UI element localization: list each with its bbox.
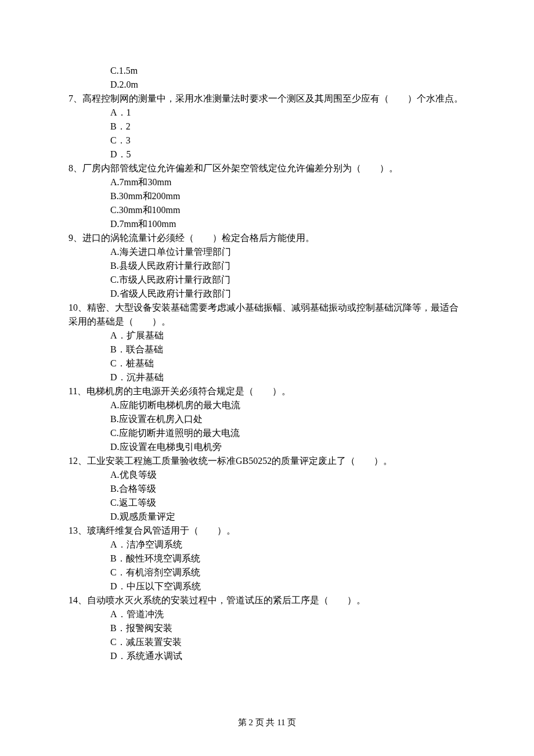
option-text: C．3 — [68, 134, 466, 147]
option-text: D．5 — [68, 147, 466, 161]
option-text: A.7mm和30mm — [68, 175, 466, 189]
option-text: C．有机溶剂空调系统 — [68, 566, 466, 579]
option-text: D.省级人民政府计量行政部门 — [68, 287, 466, 301]
option-text: B．2 — [68, 120, 466, 134]
option-text: C．减压装置安装 — [68, 635, 466, 649]
option-text: B．报警阀安装 — [68, 621, 466, 635]
question-stem: 12、工业安装工程施工质量验收统一标准GB50252的质量评定废止了（ ）。 — [68, 454, 466, 468]
option-text: D.7mm和100mm — [68, 217, 466, 231]
option-text: A．管道冲洗 — [68, 607, 466, 621]
question-stem: 9、进口的涡轮流量计必须经（ ）检定合格后方能使用。 — [68, 231, 466, 245]
option-text: C.30mm和100mm — [68, 203, 466, 217]
question-stem: 10、精密、大型设备安装基础需要考虑减小基础振幅、减弱基础振动或控制基础沉降等，… — [68, 301, 466, 329]
page-footer: 第 2 页 共 11 页 — [0, 715, 534, 729]
exam-page: C.1.5m D.2.0m 7、高程控制网的测量中，采用水准测量法时要求一个测区… — [0, 0, 534, 756]
option-text: D.2.0m — [68, 78, 466, 92]
option-text: B．酸性环境空调系统 — [68, 552, 466, 566]
question-stem: 14、自动喷水灭火系统的安装过程中，管道试压的紧后工序是（ ）。 — [68, 593, 466, 607]
option-text: C.应能切断井道照明的最大电流 — [68, 426, 466, 440]
option-text: C.返工等级 — [68, 496, 466, 510]
option-text: D．沉井基础 — [68, 370, 466, 384]
question-stem: 8、厂房内部管线定位允许偏差和厂区外架空管线定位允许偏差分别为（ ）。 — [68, 161, 466, 175]
option-text: B.合格等级 — [68, 482, 466, 496]
question-stem: 7、高程控制网的测量中，采用水准测量法时要求一个测区及其周围至少应有（ ）个水准… — [68, 92, 466, 106]
option-text: D.应设置在电梯曳引电机旁 — [68, 440, 466, 454]
option-text: B.县级人民政府计量行政部门 — [68, 259, 466, 273]
option-text: D．中压以下空调系统 — [68, 579, 466, 593]
option-text: A．1 — [68, 106, 466, 120]
option-text: A．扩展基础 — [68, 329, 466, 343]
option-text: D．系统通水调试 — [68, 649, 466, 663]
question-stem: 13、玻璃纤维复合风管适用于（ ）。 — [68, 524, 466, 538]
option-text: A.海关进口单位计量管理部门 — [68, 245, 466, 259]
option-text: A．洁净空调系统 — [68, 538, 466, 552]
option-text: C.市级人民政府计量行政部门 — [68, 273, 466, 287]
option-text: A.优良等级 — [68, 468, 466, 482]
option-text: C.1.5m — [68, 64, 466, 78]
question-stem: 11、电梯机房的主电源开关必须符合规定是（ ）。 — [68, 384, 466, 398]
option-text: C．桩基础 — [68, 357, 466, 370]
option-text: B．联合基础 — [68, 343, 466, 357]
option-text: D.观感质量评定 — [68, 510, 466, 524]
option-text: B.30mm和200mm — [68, 189, 466, 203]
option-text: B.应设置在机房入口处 — [68, 412, 466, 426]
option-text: A.应能切断电梯机房的最大电流 — [68, 398, 466, 412]
